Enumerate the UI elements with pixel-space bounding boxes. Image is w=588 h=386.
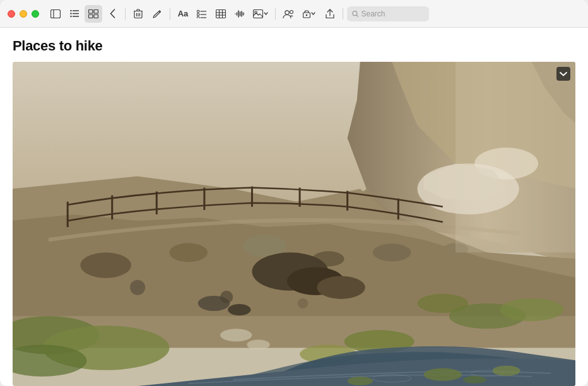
search-icon xyxy=(352,10,358,18)
lock-button[interactable] xyxy=(298,5,320,23)
svg-point-68 xyxy=(228,304,250,315)
image-expand-button[interactable] xyxy=(556,67,570,81)
back-icon xyxy=(110,9,115,18)
delete-button[interactable] xyxy=(129,5,147,23)
svg-point-93 xyxy=(130,280,145,295)
back-button[interactable] xyxy=(103,5,121,23)
format-text-icon: Aa xyxy=(178,9,189,18)
photo-icon xyxy=(253,9,263,18)
list-view-button[interactable] xyxy=(66,5,83,23)
svg-rect-27 xyxy=(216,9,226,18)
svg-point-66 xyxy=(317,276,365,299)
collaborate-button[interactable] xyxy=(279,5,297,23)
svg-point-82 xyxy=(418,294,469,313)
svg-point-23 xyxy=(197,13,199,16)
search-box[interactable] xyxy=(347,6,429,21)
svg-point-58 xyxy=(80,252,131,278)
trash-icon xyxy=(134,9,143,19)
svg-point-81 xyxy=(500,298,564,321)
share-icon xyxy=(326,9,334,19)
svg-point-92 xyxy=(247,339,269,349)
sidebar-toggle-button[interactable] xyxy=(47,5,64,23)
svg-point-41 xyxy=(285,10,289,14)
svg-point-87 xyxy=(424,368,462,381)
table-button[interactable] xyxy=(212,5,230,23)
compose-icon xyxy=(153,9,162,18)
waveform-icon xyxy=(235,9,245,18)
format-text-button[interactable]: Aa xyxy=(174,5,192,23)
minimize-button[interactable] xyxy=(20,10,27,18)
toolbar-divider-2 xyxy=(170,8,170,20)
svg-rect-0 xyxy=(51,9,61,18)
svg-point-91 xyxy=(220,329,252,341)
svg-point-59 xyxy=(169,243,207,262)
search-input[interactable] xyxy=(361,9,424,18)
media-button[interactable] xyxy=(250,5,271,23)
chevron-down-icon xyxy=(560,70,567,78)
toolbar-divider-4 xyxy=(343,8,343,20)
svg-point-89 xyxy=(463,376,486,383)
svg-point-90 xyxy=(348,377,373,385)
toolbar-divider-3 xyxy=(275,8,276,20)
svg-point-25 xyxy=(197,16,199,18)
gallery-view-button[interactable] xyxy=(85,5,102,23)
edit-button[interactable] xyxy=(148,5,166,23)
attachment-button[interactable] xyxy=(231,5,249,23)
note-image-container xyxy=(13,62,575,386)
svg-point-5 xyxy=(70,10,71,11)
notes-window: Aa xyxy=(0,0,588,386)
svg-point-7 xyxy=(70,16,71,17)
svg-point-88 xyxy=(492,366,520,376)
share-button[interactable] xyxy=(321,5,339,23)
svg-point-44 xyxy=(306,15,308,16)
svg-line-46 xyxy=(356,15,358,16)
toolbar-divider-1 xyxy=(125,8,126,20)
svg-rect-8 xyxy=(89,9,93,13)
note-title: Places to hike xyxy=(13,38,575,54)
svg-rect-96 xyxy=(456,62,575,252)
svg-point-42 xyxy=(290,10,293,13)
close-button[interactable] xyxy=(8,10,15,18)
lock-icon xyxy=(303,9,310,18)
collaborate-icon xyxy=(283,9,294,18)
traffic-lights xyxy=(8,10,39,18)
list-icon xyxy=(70,9,79,18)
note-content: Places to hike xyxy=(0,28,588,386)
table-icon xyxy=(216,9,226,18)
media-dropdown-icon xyxy=(264,12,268,15)
titlebar: Aa xyxy=(0,0,588,28)
svg-rect-11 xyxy=(94,15,98,18)
note-image xyxy=(13,62,575,386)
svg-rect-9 xyxy=(94,9,98,13)
checklist-button[interactable] xyxy=(193,5,211,23)
lock-dropdown-icon xyxy=(311,12,315,15)
svg-point-95 xyxy=(298,298,308,308)
checklist-icon xyxy=(197,9,207,18)
svg-point-94 xyxy=(220,291,233,303)
maximize-button[interactable] xyxy=(32,10,39,18)
toolbar: Aa xyxy=(47,5,580,23)
svg-point-21 xyxy=(197,10,199,13)
svg-rect-10 xyxy=(89,15,93,18)
sidebar-icon xyxy=(50,9,61,18)
svg-point-62 xyxy=(373,243,411,261)
svg-point-6 xyxy=(70,13,71,14)
gallery-icon xyxy=(88,9,98,18)
